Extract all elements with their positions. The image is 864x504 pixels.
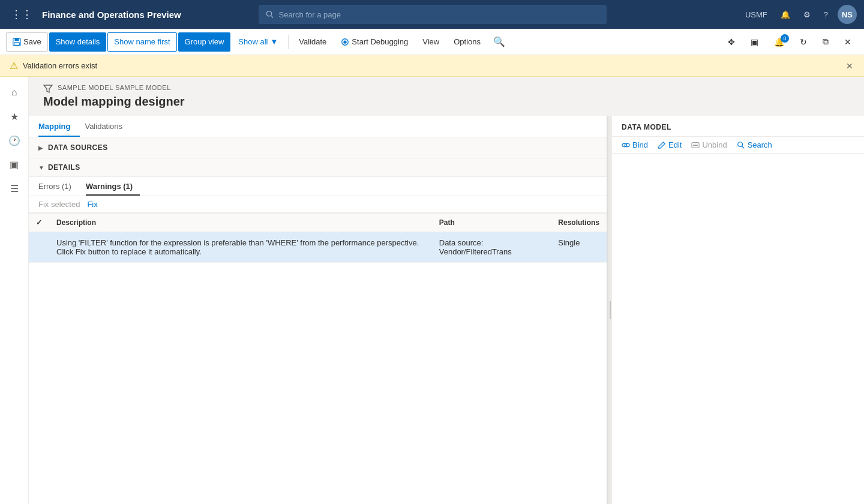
- user-company[interactable]: USMF: [742, 8, 771, 22]
- show-name-first-label: Show name first: [114, 37, 170, 46]
- details-label: DETAILS: [48, 163, 80, 172]
- unbind-icon: [691, 141, 700, 149]
- page-title: Model mapping designer: [43, 95, 850, 109]
- toolbar-right-actions: ✥ ▣ 🔔 0 ↻ ⧉ ✕: [721, 32, 858, 52]
- save-label: Save: [23, 37, 41, 46]
- svg-point-0: [266, 11, 271, 16]
- save-button[interactable]: Save: [6, 32, 48, 52]
- search-data-model-button[interactable]: Search: [737, 140, 772, 149]
- show-details-button[interactable]: Show details: [49, 32, 107, 52]
- tab-mapping[interactable]: Mapping: [38, 116, 80, 137]
- row-description: Using 'FILTER' function for the expressi…: [49, 232, 432, 263]
- toolbar-action-2[interactable]: ▣: [744, 32, 765, 52]
- table-row[interactable]: Using 'FILTER' function for the expressi…: [29, 232, 607, 263]
- search-label: Search: [748, 140, 772, 149]
- options-label: Options: [454, 37, 481, 46]
- data-sources-section-header[interactable]: ▶ DATA SOURCES: [29, 137, 607, 158]
- main-layout: ⌂ ★ 🕐 ▣ ☰ SAMPLE MODEL SAMPLE MODEL Mode…: [0, 77, 864, 504]
- global-search-bar[interactable]: [259, 5, 607, 24]
- col-check: ✓: [29, 214, 49, 232]
- data-sources-expand-icon: ▶: [38, 145, 43, 151]
- show-all-label: Show all: [238, 37, 268, 46]
- right-panel-content: [612, 154, 864, 504]
- sidebar-favorites-icon[interactable]: ★: [4, 106, 25, 127]
- details-section-header[interactable]: ▼ DETAILS: [29, 158, 607, 177]
- show-all-button[interactable]: Show all ▼: [232, 32, 284, 52]
- svg-point-6: [344, 40, 347, 43]
- alert-bar: ⚠ Validation errors exist ✕: [0, 55, 864, 77]
- start-debugging-button[interactable]: Start Debugging: [334, 32, 415, 52]
- sidebar-home-icon[interactable]: ⌂: [4, 82, 25, 103]
- settings-icon[interactable]: ⚙: [800, 8, 814, 22]
- fix-link[interactable]: Fix: [87, 200, 97, 209]
- edit-button[interactable]: Edit: [658, 140, 682, 149]
- row-path: Data source: Vendor/FilteredTrans: [432, 232, 551, 263]
- tab-errors[interactable]: Errors (1): [38, 177, 79, 196]
- toolbar-separator-1: [288, 35, 289, 49]
- tab-warnings[interactable]: Warnings (1): [86, 177, 140, 196]
- view-button[interactable]: View: [416, 32, 446, 52]
- toolbar-refresh-icon[interactable]: ↻: [793, 32, 814, 52]
- data-sources-label: DATA SOURCES: [48, 143, 108, 152]
- warnings-table: ✓ Description Path Resolut: [29, 213, 607, 504]
- validate-button[interactable]: Validate: [292, 32, 333, 52]
- toolbar-action-1[interactable]: ✥: [721, 32, 742, 52]
- show-all-chevron-icon: ▼: [270, 37, 278, 46]
- grid-menu-icon[interactable]: ⋮⋮: [7, 8, 36, 21]
- nav-right-actions: USMF 🔔 ⚙ ? NS: [742, 5, 857, 24]
- sidebar-recent-icon[interactable]: 🕐: [4, 130, 25, 151]
- data-model-title: DATA MODEL: [622, 123, 854, 131]
- unbind-button[interactable]: Unbind: [691, 140, 727, 149]
- global-search-input[interactable]: [279, 10, 600, 19]
- check-all-icon[interactable]: ✓: [36, 218, 42, 227]
- alert-close-button[interactable]: ✕: [845, 60, 854, 72]
- sidebar-list-icon[interactable]: ☰: [4, 178, 25, 199]
- options-button[interactable]: Options: [447, 32, 487, 52]
- details-section: ▼ DETAILS Errors (1) Warnings (1): [29, 158, 607, 504]
- bind-label: Bind: [632, 140, 648, 149]
- alert-warning-icon: ⚠: [10, 60, 18, 71]
- alert-text: Validation errors exist: [23, 61, 840, 70]
- group-view-button[interactable]: Group view: [178, 32, 231, 52]
- toolbar-close-icon[interactable]: ✕: [838, 32, 858, 52]
- fix-bar: Fix selected Fix: [29, 196, 607, 213]
- validate-label: Validate: [299, 37, 326, 46]
- unbind-label: Unbind: [702, 140, 727, 149]
- resizer-handle: [610, 301, 611, 319]
- left-sidebar: ⌂ ★ 🕐 ▣ ☰: [0, 77, 29, 504]
- right-panel-header: DATA MODEL: [612, 116, 864, 137]
- show-name-first-button[interactable]: Show name first: [107, 32, 176, 52]
- panel-resizer[interactable]: [608, 116, 612, 504]
- content-area: SAMPLE MODEL SAMPLE MODEL Model mapping …: [29, 77, 864, 504]
- notification-icon[interactable]: 🔔: [777, 8, 794, 22]
- page-header: SAMPLE MODEL SAMPLE MODEL Model mapping …: [29, 77, 864, 116]
- help-icon[interactable]: ?: [820, 8, 832, 22]
- toolbar-popout-icon[interactable]: ⧉: [816, 32, 835, 52]
- fix-selected-text: Fix selected: [38, 200, 80, 209]
- user-avatar[interactable]: NS: [838, 5, 857, 24]
- row-resolutions: Single: [551, 232, 607, 263]
- search-data-model-icon: [737, 141, 745, 149]
- toolbar: Save Show details Show name first Group …: [0, 29, 864, 55]
- right-panel-actions: Bind Edit Unbind: [612, 137, 864, 154]
- bind-button[interactable]: Bind: [622, 140, 648, 149]
- tab-validations[interactable]: Validations: [85, 116, 132, 137]
- show-all-dropdown[interactable]: Show all ▼: [232, 32, 284, 52]
- detail-tabs: Errors (1) Warnings (1): [29, 177, 607, 196]
- debug-icon: [341, 38, 349, 46]
- two-panel-area: Mapping Validations ▶ DATA SOURCES ▼ DET…: [29, 116, 864, 504]
- details-collapse-icon: ▼: [38, 164, 44, 171]
- view-label: View: [422, 37, 439, 46]
- col-description: Description: [49, 214, 432, 232]
- save-icon: [13, 38, 21, 46]
- filter-icon[interactable]: [43, 84, 53, 94]
- sidebar-workspaces-icon[interactable]: ▣: [4, 154, 25, 175]
- group-view-label: Group view: [185, 37, 224, 46]
- svg-rect-7: [693, 145, 698, 146]
- mapping-tabs: Mapping Validations: [29, 116, 607, 137]
- col-path: Path: [432, 214, 551, 232]
- toolbar-notification-badge[interactable]: 🔔 0: [767, 32, 791, 52]
- show-details-label: Show details: [56, 37, 100, 46]
- toolbar-search-icon[interactable]: 🔍: [488, 34, 510, 50]
- link-icon: [622, 141, 630, 149]
